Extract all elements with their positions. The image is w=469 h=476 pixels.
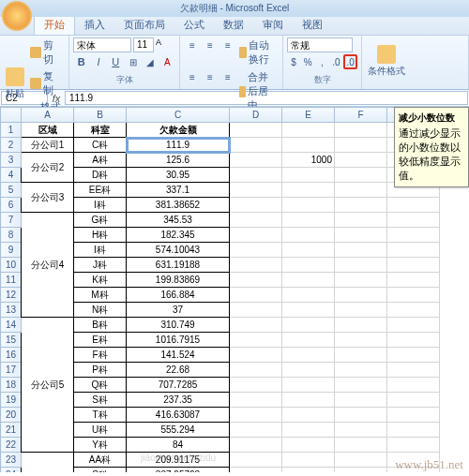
cell-B23[interactable]: AA科 bbox=[74, 453, 127, 468]
row-header-13[interactable]: 13 bbox=[1, 303, 22, 318]
cell-B24[interactable]: S科 bbox=[74, 468, 127, 473]
cell-B20[interactable]: T科 bbox=[74, 408, 127, 423]
cell-C4[interactable]: 30.95 bbox=[127, 168, 230, 183]
bold-button[interactable]: B bbox=[73, 54, 89, 69]
row-header-5[interactable]: 5 bbox=[1, 183, 22, 198]
cell-B9[interactable]: I科 bbox=[74, 243, 127, 258]
font-size-select[interactable]: 11 bbox=[133, 37, 154, 52]
cell-C8[interactable]: 182.345 bbox=[127, 228, 230, 243]
paste-button[interactable]: 粘贴 bbox=[4, 66, 26, 102]
cond-format-button[interactable]: 条件格式 bbox=[366, 43, 407, 80]
row-header-11[interactable]: 11 bbox=[1, 273, 22, 288]
col-header-E[interactable]: E bbox=[282, 108, 335, 123]
col-header-C[interactable]: C bbox=[127, 108, 230, 123]
cell-B3[interactable]: A科 bbox=[74, 153, 127, 168]
cell-C2[interactable]: 111.9 bbox=[127, 138, 230, 153]
cell-C21[interactable]: 555.294 bbox=[127, 423, 230, 438]
cell-B8[interactable]: H科 bbox=[74, 228, 127, 243]
align-mid-icon[interactable]: ≡ bbox=[202, 37, 219, 52]
row-header-2[interactable]: 2 bbox=[1, 138, 22, 153]
cell-B2[interactable]: C科 bbox=[74, 138, 127, 153]
row-header-15[interactable]: 15 bbox=[1, 333, 22, 348]
cell-B19[interactable]: S科 bbox=[74, 393, 127, 408]
cell-C19[interactable]: 237.35 bbox=[127, 393, 230, 408]
copy-button[interactable]: 复制 bbox=[28, 68, 65, 98]
cell-C10[interactable]: 631.19188 bbox=[127, 258, 230, 273]
row-header-19[interactable]: 19 bbox=[1, 393, 22, 408]
cell-B6[interactable]: I科 bbox=[74, 198, 127, 213]
cell-A2[interactable]: 分公司1 bbox=[22, 138, 74, 153]
row-header-21[interactable]: 21 bbox=[1, 423, 22, 438]
row-header-8[interactable]: 8 bbox=[1, 228, 22, 243]
increase-font-icon[interactable]: A bbox=[156, 37, 161, 52]
row-header-23[interactable]: 23 bbox=[1, 453, 22, 468]
cell-C6[interactable]: 381.38652 bbox=[127, 198, 230, 213]
col-header-F[interactable]: F bbox=[335, 108, 387, 123]
cell-B12[interactable]: M科 bbox=[74, 288, 127, 303]
currency-button[interactable]: $ bbox=[287, 54, 300, 69]
cell-B15[interactable]: E科 bbox=[74, 333, 127, 348]
cell-C17[interactable]: 22.68 bbox=[127, 363, 230, 378]
cut-button[interactable]: 剪切 bbox=[28, 37, 65, 67]
cell-C5[interactable]: 337.1 bbox=[127, 183, 230, 198]
number-format-select[interactable]: 常规 bbox=[287, 37, 353, 52]
cell-A7[interactable]: 分公司4 bbox=[22, 213, 74, 318]
cell-B21[interactable]: U科 bbox=[74, 423, 127, 438]
cell-A3[interactable]: 分公司2 bbox=[22, 153, 74, 183]
tab-页面布局[interactable]: 页面布局 bbox=[114, 15, 174, 35]
tab-数据[interactable]: 数据 bbox=[214, 15, 253, 35]
align-top-icon[interactable]: ≡ bbox=[184, 37, 201, 52]
font-color-button[interactable]: A bbox=[159, 54, 175, 69]
cell-B17[interactable]: P科 bbox=[74, 363, 127, 378]
align-bot-icon[interactable]: ≡ bbox=[219, 37, 236, 52]
cell-B22[interactable]: Y科 bbox=[74, 438, 127, 453]
tab-审阅[interactable]: 审阅 bbox=[253, 15, 293, 35]
row-header-4[interactable]: 4 bbox=[1, 168, 22, 183]
cell-B7[interactable]: G科 bbox=[74, 213, 127, 228]
align-center-icon[interactable]: ≡ bbox=[202, 69, 219, 84]
row-header-20[interactable]: 20 bbox=[1, 408, 22, 423]
col-header-A[interactable]: A bbox=[22, 108, 74, 123]
office-button[interactable] bbox=[2, 1, 32, 31]
cell-B11[interactable]: K科 bbox=[74, 273, 127, 288]
percent-button[interactable]: % bbox=[301, 54, 314, 69]
decrease-decimal-button[interactable]: .0 bbox=[343, 54, 357, 69]
cell-C24[interactable]: 337.95763 bbox=[127, 468, 230, 473]
col-header-B[interactable]: B bbox=[74, 108, 127, 123]
cell-B18[interactable]: Q科 bbox=[74, 378, 127, 393]
col-header-D[interactable]: D bbox=[230, 108, 282, 123]
cell-A5[interactable]: 分公司3 bbox=[22, 183, 74, 213]
italic-button[interactable]: I bbox=[90, 54, 106, 69]
row-header-10[interactable]: 10 bbox=[1, 258, 22, 273]
row-header-12[interactable]: 12 bbox=[1, 288, 22, 303]
align-left-icon[interactable]: ≡ bbox=[184, 69, 201, 84]
cell-C3[interactable]: 125.6 bbox=[127, 153, 230, 168]
cell-C20[interactable]: 416.63087 bbox=[127, 408, 230, 423]
comma-button[interactable]: , bbox=[315, 54, 328, 69]
align-right-icon[interactable]: ≡ bbox=[219, 69, 236, 84]
cell-C11[interactable]: 199.83869 bbox=[127, 273, 230, 288]
row-header-17[interactable]: 17 bbox=[1, 363, 22, 378]
cell-B10[interactable]: J科 bbox=[74, 258, 127, 273]
row-header-3[interactable]: 3 bbox=[1, 153, 22, 168]
tab-公式[interactable]: 公式 bbox=[174, 15, 214, 35]
row-header-1[interactable]: 1 bbox=[1, 123, 22, 138]
cell-C14[interactable]: 310.749 bbox=[127, 318, 230, 333]
tab-视图[interactable]: 视图 bbox=[293, 15, 332, 35]
row-header-18[interactable]: 18 bbox=[1, 378, 22, 393]
cell-C9[interactable]: 574.10043 bbox=[127, 243, 230, 258]
border-button[interactable]: ⊞ bbox=[125, 54, 141, 69]
cell-C15[interactable]: 1016.7915 bbox=[127, 333, 230, 348]
cell-C22[interactable]: 84 bbox=[127, 438, 230, 453]
increase-decimal-button[interactable]: .0 bbox=[329, 54, 342, 69]
row-header-24[interactable]: 24 bbox=[1, 468, 22, 473]
cell-B5[interactable]: EE科 bbox=[74, 183, 127, 198]
cell-B14[interactable]: B科 bbox=[74, 318, 127, 333]
row-header-9[interactable]: 9 bbox=[1, 243, 22, 258]
cell-B13[interactable]: N科 bbox=[74, 303, 127, 318]
cell-B16[interactable]: F科 bbox=[74, 348, 127, 363]
cell-C7[interactable]: 345.53 bbox=[127, 213, 230, 228]
marquee-cell[interactable]: 1000 bbox=[282, 153, 335, 168]
fill-color-button[interactable]: ◢ bbox=[142, 54, 158, 69]
tab-开始[interactable]: 开始 bbox=[34, 14, 75, 35]
